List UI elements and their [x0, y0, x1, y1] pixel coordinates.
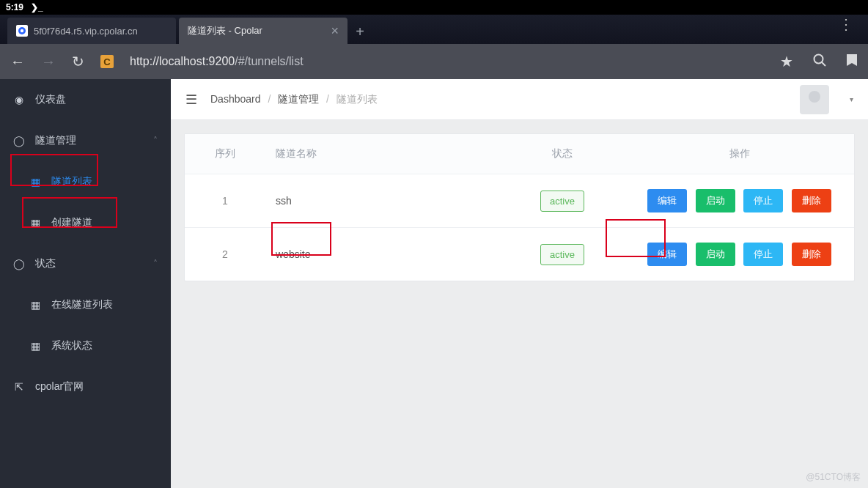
table-row: 1 ssh active 编辑 启动 停止 删除	[185, 174, 854, 228]
col-ops: 操作	[625, 134, 854, 174]
bookmark-icon[interactable]	[846, 53, 858, 70]
cell-status: active	[500, 174, 625, 228]
stop-button[interactable]: 停止	[743, 189, 783, 212]
cell-seq: 1	[185, 174, 265, 228]
crumb-sep: /	[268, 93, 271, 105]
address-bar[interactable]: http://localhost:9200/#/tunnels/list	[130, 55, 764, 68]
tab-title: 隧道列表 - Cpolar	[188, 24, 262, 37]
edit-button[interactable]: 编辑	[647, 243, 687, 266]
crumb-dashboard[interactable]: Dashboard	[210, 93, 261, 105]
tab-title: 5f0f76d4.r5.vip.cpolar.cn	[34, 26, 138, 37]
cell-name: ssh	[265, 174, 500, 228]
cell-ops: 编辑 启动 停止 删除	[625, 174, 854, 228]
crumb-sep: /	[326, 93, 329, 105]
tunnel-table: 序列 隧道名称 状态 操作 1 ssh active 编辑 启动	[184, 133, 855, 281]
svg-point-1	[21, 29, 23, 32]
chevron-up-icon: ˄	[153, 259, 158, 269]
sidebar-item-tunnel-list[interactable]: ▦ 隧道列表	[0, 161, 171, 202]
sidebar-item-tunnel-mgmt[interactable]: ◯ 隧道管理 ˄	[0, 120, 171, 161]
new-tab-button[interactable]: +	[347, 19, 372, 44]
star-icon[interactable]: ★	[780, 53, 793, 70]
svg-point-2	[814, 54, 823, 63]
grid-icon: ▦	[29, 217, 41, 229]
target-icon: ◯	[13, 135, 25, 147]
crumb-tunnel-mgmt[interactable]: 隧道管理	[278, 93, 319, 105]
url-path: /#/tunnels/list	[235, 55, 303, 67]
crumb-current: 隧道列表	[336, 93, 378, 105]
main-header: ☰ Dashboard / 隧道管理 / 隧道列表 ▾	[171, 79, 868, 120]
sidebar-label: 系统状态	[51, 339, 92, 352]
sidebar-item-official-site[interactable]: ⇱ cpolar官网	[0, 366, 171, 407]
browser-urlbar: ← → ↻ C http://localhost:9200/#/tunnels/…	[0, 44, 868, 79]
svg-line-3	[822, 62, 825, 66]
sidebar-item-online-tunnels[interactable]: ▦ 在线隧道列表	[0, 284, 171, 325]
sidebar-item-system-status[interactable]: ▦ 系统状态	[0, 325, 171, 366]
gauge-icon: ◉	[13, 94, 25, 106]
caret-down-icon[interactable]: ▾	[850, 95, 853, 103]
favicon-icon	[16, 25, 28, 37]
tab-inactive[interactable]: 5f0f76d4.r5.vip.cpolar.cn	[7, 18, 176, 44]
sidebar-label: 状态	[35, 257, 56, 270]
grid-icon: ▦	[29, 299, 41, 311]
avatar[interactable]	[800, 85, 829, 114]
android-statusbar: 5:19 ❯_	[0, 0, 868, 15]
overflow-menu-icon[interactable]: ⋮	[839, 22, 853, 26]
start-button[interactable]: 启动	[696, 243, 735, 266]
cell-ops: 编辑 启动 停止 删除	[625, 228, 854, 281]
sidebar-label: 隧道列表	[51, 175, 92, 188]
breadcrumb: Dashboard / 隧道管理 / 隧道列表	[210, 93, 378, 106]
sidebar-item-status[interactable]: ◯ 状态 ˄	[0, 243, 171, 284]
url-host: http://localhost:9200	[130, 55, 235, 67]
back-button[interactable]: ←	[10, 53, 25, 70]
sidebar-label: 隧道管理	[35, 134, 76, 147]
sidebar-label: 创建隧道	[51, 216, 92, 229]
sidebar-label: 仪表盘	[35, 93, 66, 106]
menu-toggle-icon[interactable]: ☰	[185, 92, 197, 108]
external-link-icon: ⇱	[13, 381, 25, 393]
grid-icon: ▦	[29, 176, 41, 188]
sidebar-item-tunnel-create[interactable]: ▦ 创建隧道	[0, 202, 171, 243]
edit-button[interactable]: 编辑	[647, 189, 687, 212]
browser-tabstrip: 5f0f76d4.r5.vip.cpolar.cn 隧道列表 - Cpolar …	[0, 15, 868, 44]
col-name: 隧道名称	[265, 134, 500, 174]
stop-button[interactable]: 停止	[743, 243, 783, 266]
cell-seq: 2	[185, 228, 265, 281]
forward-button: →	[41, 53, 56, 70]
sidebar-label: cpolar官网	[35, 380, 84, 393]
clock: 5:19	[6, 2, 23, 12]
status-badge: active	[540, 191, 584, 212]
col-seq: 序列	[185, 134, 265, 174]
delete-button[interactable]: 删除	[792, 243, 831, 266]
main-content: ☰ Dashboard / 隧道管理 / 隧道列表 ▾ 序列 隧道名称 状态 操…	[171, 79, 868, 488]
sidebar-item-dashboard[interactable]: ◉ 仪表盘	[0, 79, 171, 120]
grid-icon: ▦	[29, 340, 41, 352]
search-icon[interactable]	[812, 53, 827, 71]
tab-active[interactable]: 隧道列表 - Cpolar ×	[179, 18, 347, 44]
reload-button[interactable]: ↻	[72, 53, 84, 70]
status-badge: active	[540, 244, 584, 265]
close-icon[interactable]: ×	[331, 23, 339, 39]
sidebar: ◉ 仪表盘 ◯ 隧道管理 ˄ ▦ 隧道列表 ▦ 创建隧道 ◯ 状态 ˄ ▦ 在线…	[0, 79, 171, 488]
cell-status: active	[500, 228, 625, 281]
cell-name: website	[265, 228, 500, 281]
delete-button[interactable]: 删除	[792, 189, 831, 212]
sidebar-label: 在线隧道列表	[51, 298, 113, 311]
terminal-icon: ❯_	[31, 2, 43, 12]
page: ◉ 仪表盘 ◯ 隧道管理 ˄ ▦ 隧道列表 ▦ 创建隧道 ◯ 状态 ˄ ▦ 在线…	[0, 79, 868, 488]
col-status: 状态	[500, 134, 625, 174]
start-button[interactable]: 启动	[696, 189, 735, 212]
target-icon: ◯	[13, 258, 25, 270]
chevron-up-icon: ˄	[153, 136, 158, 146]
table-row: 2 website active 编辑 启动 停止 删除	[185, 228, 854, 281]
site-favicon-icon: C	[100, 55, 114, 68]
watermark: @51CTO博客	[806, 471, 861, 484]
